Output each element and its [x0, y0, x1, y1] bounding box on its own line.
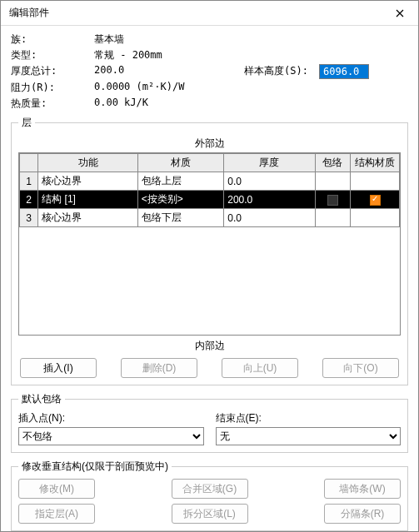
cell-struct[interactable] [351, 209, 400, 227]
window-title: 编辑部件 [9, 6, 49, 20]
thickness-value: 200.0 [94, 64, 244, 79]
cell-wrap[interactable] [315, 172, 351, 191]
default-wrap-legend: 默认包络 [18, 392, 65, 406]
properties-grid: 族: 基本墙 类型: 常规 - 200mm 厚度总计: 200.0 样本高度(S… [11, 32, 408, 111]
sample-height-input[interactable] [319, 64, 369, 79]
outer-side-label: 外部边 [18, 137, 401, 151]
family-label: 族: [11, 32, 94, 47]
cell-thickness[interactable]: 0.0 [224, 172, 315, 191]
titlebar: 编辑部件 [1, 1, 418, 26]
thermal-label: 热质量: [11, 97, 94, 111]
reveal-button[interactable]: 分隔条(R) [324, 504, 401, 524]
split-button[interactable]: 拆分区域(L) [172, 504, 248, 524]
row-number: 1 [20, 172, 38, 191]
insert-point-label: 插入点(N): [18, 411, 204, 425]
thickness-label: 厚度总计: [11, 64, 94, 79]
vertical-struct-group: 修改垂直结构(仅限于剖面预览中) 修改(M) 合并区域(G) 墙饰条(W) 指定… [11, 460, 408, 531]
close-icon [396, 9, 404, 17]
type-label: 类型: [11, 48, 94, 62]
cell-thickness[interactable]: 200.0 [224, 191, 315, 209]
default-wrap-group: 默认包络 插入点(N): 不包络 结束点(E): 无 [11, 392, 408, 453]
table-row[interactable]: 1核心边界包络上层0.0 [20, 172, 400, 191]
cell-function[interactable]: 结构 [1] [38, 191, 138, 209]
type-value: 常规 - 200mm [94, 48, 244, 62]
layers-table[interactable]: 功能 材质 厚度 包络 结构材质 1核心边界包络上层0.02结构 [1]<按类别… [19, 153, 400, 227]
cell-function[interactable]: 核心边界 [38, 172, 138, 191]
cell-struct[interactable] [351, 172, 400, 191]
col-thickness[interactable]: 厚度 [224, 154, 315, 172]
modify-button[interactable]: 修改(M) [18, 479, 95, 499]
col-material[interactable]: 材质 [137, 154, 223, 172]
close-button[interactable] [381, 1, 418, 26]
cell-thickness[interactable]: 0.0 [224, 209, 315, 227]
thermal-value: 0.00 kJ/K [94, 97, 244, 111]
col-struct[interactable]: 结构材质 [351, 154, 400, 172]
cell-wrap[interactable] [315, 209, 351, 227]
cell-material[interactable]: <按类别> [137, 191, 223, 209]
merge-button[interactable]: 合并区域(G) [172, 479, 248, 499]
vertical-struct-legend: 修改垂直结构(仅限于剖面预览中) [18, 460, 172, 474]
cell-material[interactable]: 包络上层 [137, 172, 223, 191]
insert-point-select[interactable]: 不包络 [18, 427, 204, 445]
layers-group: 层 外部边 功能 材质 厚度 包络 结构材质 1核心边界包络上层0. [11, 116, 408, 385]
resistance-value: 0.0000 (m²·K)/W [94, 81, 244, 95]
dialog-content: 族: 基本墙 类型: 常规 - 200mm 厚度总计: 200.0 样本高度(S… [1, 26, 418, 532]
down-button[interactable]: 向下(O) [322, 358, 399, 378]
up-button[interactable]: 向上(U) [222, 358, 298, 378]
sample-height-label: 样本高度(S): [244, 64, 319, 79]
cell-function[interactable]: 核心边界 [38, 209, 138, 227]
cell-struct[interactable] [351, 191, 400, 209]
row-number: 2 [20, 191, 38, 209]
sweep-button[interactable]: 墙饰条(W) [324, 479, 401, 499]
insert-button[interactable]: 插入(I) [20, 358, 97, 378]
assign-button[interactable]: 指定层(A) [18, 504, 95, 524]
end-point-select[interactable]: 无 [216, 427, 402, 445]
cell-material[interactable]: 包络下层 [137, 209, 223, 227]
layers-legend: 层 [18, 116, 35, 130]
layer-buttons: 插入(I) 删除(D) 向上(U) 向下(O) [18, 358, 401, 378]
table-row[interactable]: 3核心边界包络下层0.0 [20, 209, 400, 227]
end-point-label: 结束点(E): [216, 411, 402, 425]
col-function[interactable]: 功能 [38, 154, 138, 172]
family-value: 基本墙 [94, 32, 244, 47]
row-number: 3 [20, 209, 38, 227]
layers-table-wrap: 功能 材质 厚度 包络 结构材质 1核心边界包络上层0.02结构 [1]<按类别… [18, 152, 401, 336]
resistance-label: 阻力(R): [11, 81, 94, 95]
col-corner [20, 154, 38, 172]
inner-side-label: 内部边 [18, 339, 401, 353]
delete-button[interactable]: 删除(D) [121, 358, 197, 378]
col-wrap[interactable]: 包络 [315, 154, 351, 172]
table-row[interactable]: 2结构 [1]<按类别>200.0 [20, 191, 400, 209]
cell-wrap[interactable] [315, 191, 351, 209]
